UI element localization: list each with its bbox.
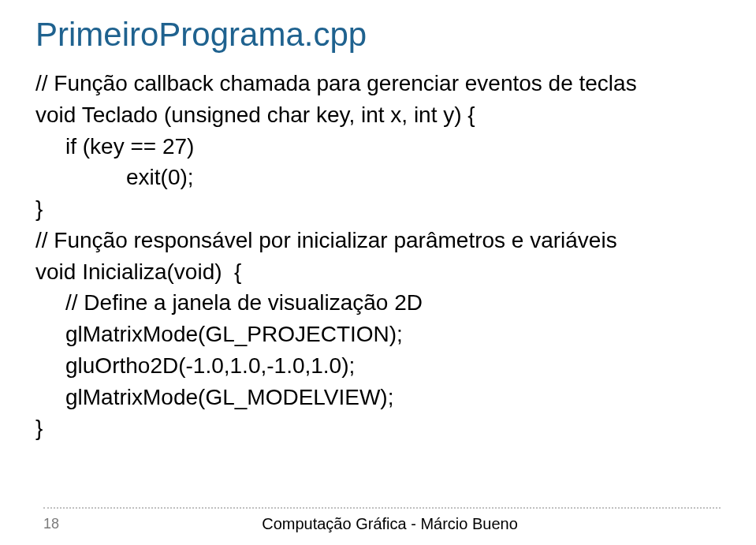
code-line: } — [35, 193, 721, 225]
code-line: void Teclado (unsigned char key, int x, … — [35, 99, 721, 131]
code-line: } — [35, 412, 721, 444]
code-line: glMatrixMode(GL_PROJECTION); — [35, 319, 721, 350]
code-line: exit(0); — [35, 162, 721, 193]
slide-footer: 18 Computação Gráfica - Márcio Bueno — [0, 507, 756, 533]
code-block: // Função callback chamada para gerencia… — [35, 68, 721, 444]
code-line: if (key == 27) — [35, 131, 721, 162]
code-line: void Inicializa(void) { — [35, 256, 721, 288]
page-number: 18 — [43, 516, 59, 532]
code-line: // Define a janela de visualização 2D — [35, 287, 721, 319]
code-line: glMatrixMode(GL_MODELVIEW); — [35, 382, 721, 413]
footer-text: Computação Gráfica - Márcio Bueno — [59, 515, 721, 533]
footer-divider — [43, 507, 721, 509]
code-line: gluOrtho2D(-1.0,1.0,-1.0,1.0); — [35, 350, 721, 382]
code-line: // Função callback chamada para gerencia… — [35, 68, 721, 99]
slide-title: PrimeiroPrograma.cpp — [35, 16, 721, 54]
code-line: // Função responsável por inicializar pa… — [35, 225, 721, 256]
